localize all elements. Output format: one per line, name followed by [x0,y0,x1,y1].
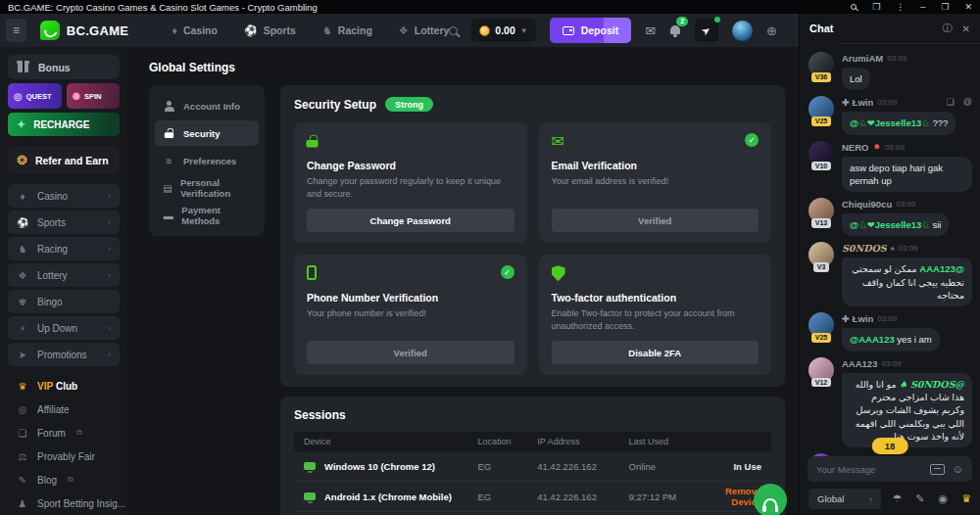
sidebar-link-label: Affiliate [37,404,70,415]
chat-room-selector[interactable]: Global › [808,489,881,509]
nav-casino[interactable]: ♦ Casino [172,24,218,37]
chat-close-icon[interactable]: ✕ [962,23,970,34]
search-icon[interactable] [449,26,458,35]
nav-label: Lottery [415,24,450,36]
sidebar-link-blog[interactable]: ✎ Blog ⧉ [8,468,120,492]
session-ip: 41.42.226.162 [537,461,628,472]
sidebar-link-label: Provably Fair [37,451,95,462]
sidebar-link-vip-club[interactable]: ♛ VIP Club [8,374,120,398]
username-icon: ♠ [891,245,895,253]
session-row: Android 1.x (Chrome Mobile) EG 41.42.226… [294,482,771,512]
settings-nav-label: Security [183,128,220,139]
settings-nav-personal-verification[interactable]: ▤ Personal Verification [155,175,259,201]
close-button[interactable]: ✕ [964,2,972,12]
settings-nav-payment-methods[interactable]: ▬ Payment Methods [155,203,259,228]
chat-message: V12 AAA123 03:09 @S0NDOS ♠ مو انا والله … [808,357,972,447]
live-support-button[interactable] [754,484,787,515]
chat-username[interactable]: Chiqui90cu [842,199,892,210]
up-down-icon: ⚡ [17,323,28,334]
brand-logo[interactable]: BC.GAME [40,21,129,40]
nav-racing[interactable]: ♞ Racing [322,24,372,37]
sessions-column-header: Device [304,437,477,446]
deposit-button[interactable]: Deposit [550,18,632,43]
chat-username[interactable]: ArumiAM [842,53,883,64]
bell-icon [670,25,680,34]
message-actions[interactable]: ❏@ [947,97,972,107]
settings-nav-account-info[interactable]: Account Info [155,93,259,118]
restore-button[interactable]: ❐ [941,2,949,12]
session-ip: 41.42.226.162 [537,492,628,502]
external-link-icon: ⧉ [76,428,82,438]
sidebar-link-forum[interactable]: ❏ Forum ⧉ [8,421,120,445]
settings-nav: Account Info Security ≡ Preferences ▤ Pe… [149,85,265,236]
quest-icon: ◎ [14,91,23,102]
emoji-icon[interactable]: ☺ [953,464,963,475]
verified-button[interactable]: Verified [307,341,514,364]
bonus-label: Bonus [38,62,71,73]
chat-input-row: ☺ [808,456,972,482]
nav-lottery[interactable]: ❖ Lottery [399,24,449,37]
minimize-button[interactable]: – [920,2,925,12]
disable-2fa-button[interactable]: Disable 2FA [552,341,760,364]
chat-username[interactable]: ✚ Łwin [842,313,873,324]
sidebar-item-racing[interactable]: ♞ Racing › [8,237,120,260]
sidebar-link-affiliate[interactable]: ◎ Affiliate [8,398,120,421]
quest-button[interactable]: ◎ QUEST [8,83,62,109]
verified-button[interactable]: Verified [552,209,760,232]
chat-username[interactable]: NERO [842,142,868,153]
unread-count-pill[interactable]: 18 [872,438,908,454]
hamburger-menu-button[interactable]: ≡ [6,19,26,42]
chat-username[interactable]: AAA123 [842,358,877,369]
sessions-panel: Sessions DeviceLocationIP AddressLast Us… [280,397,785,515]
primary-nav: ♦ Casino ⚽ Sports ♞ Racing ❖ Lottery [172,24,449,37]
chat-info-icon[interactable]: ⓘ [943,22,953,35]
sidebar-link-sport-betting-insig[interactable]: ♟ Sport Betting Insig... ⧉ [8,492,120,515]
chevron-down-icon: ▼ [520,26,528,35]
recharge-label: RECHARGE [33,119,89,130]
card-title: Email Verification [552,160,760,171]
user-avatar[interactable] [732,21,753,41]
pencil-icon[interactable]: ✎ [915,493,924,504]
inbox-icon[interactable]: ✉ [645,24,656,37]
level-badge: V13 [811,218,831,228]
sticker-icon[interactable] [930,464,945,475]
sidebar-item-lottery[interactable]: ❖ Lottery › [8,263,120,287]
coin-icon[interactable]: ◉ [939,493,949,504]
sidebar-item-bingo[interactable]: ✾ Bingo [8,290,120,313]
chat-message: V10 NERO ☻ 03:09 asw depo tiap hari gak … [808,141,972,193]
nav-sports[interactable]: ⚽ Sports [244,24,296,37]
recharge-button[interactable]: ✦ RECHARGE [8,113,120,136]
chat-toggle-button[interactable]: ➤ [695,19,718,42]
chat-message-input[interactable] [816,464,922,475]
browser-menu-icon[interactable]: ⋮ [896,2,905,12]
sidebar-item-bonus[interactable]: Bonus [8,55,120,79]
session-action[interactable]: Remove Device [702,486,761,507]
language-globe-icon[interactable]: ⊕ [766,24,777,37]
settings-nav-preferences[interactable]: ≡ Preferences [155,148,259,173]
balance-selector[interactable]: 0.00 ▼ [471,19,535,42]
spin-button[interactable]: ✺ SPIN [67,83,121,109]
trophy-icon[interactable]: ♛ [961,493,971,504]
settings-nav-security[interactable]: Security [155,120,259,146]
sidebar-item-up-down[interactable]: ⚡ Up Down › [8,316,120,340]
session-location: EG [477,461,537,472]
online-dot-icon [714,17,720,23]
rain-icon[interactable]: ☂ [892,493,902,504]
zoom-icon[interactable] [851,4,857,10]
chat-username[interactable]: S0NDOS [842,243,887,254]
level-badge: V10 [811,162,831,171]
sidebar-item-sports[interactable]: ⚽ Sports › [8,211,120,234]
sidebar-item-casino[interactable]: ♦ Casino › [8,184,120,208]
sidebar-link-provably-fair[interactable]: ⚖ Provably Fair [8,445,120,468]
notifications-button[interactable]: 2 [669,24,681,36]
sidebar-item-promotions[interactable]: ➤ Promotions › [8,343,120,366]
refer-label: Refer and Earn [35,155,109,166]
external-link-icon: ⧉ [68,475,74,485]
sidebar-link-label: Blog [37,475,57,486]
refer-and-earn-item[interactable]: ❂ Refer and Earn [8,146,120,174]
sidebar-item-label: Casino [37,191,68,202]
tab-icon[interactable]: ❒ [872,2,880,12]
chat-username[interactable]: ✚ Łwin [842,97,873,108]
change-password-button[interactable]: Change Password [307,209,514,232]
sidebar-item-label: Racing [37,244,68,255]
